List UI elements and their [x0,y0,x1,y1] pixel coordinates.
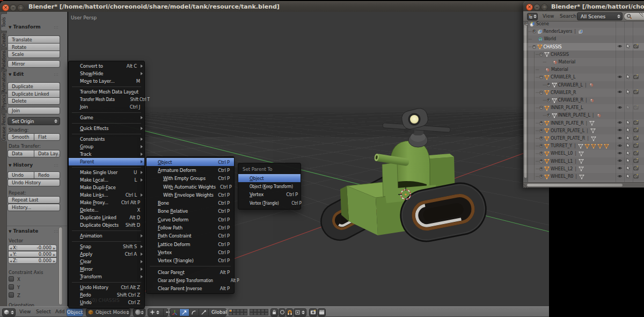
menu-item-with-envelope-weights[interactable]: With Envelope WeightsCtrl P [147,191,234,199]
expand-toggle[interactable]: + [532,30,536,33]
shade-flat-button[interactable]: Flat [34,133,60,141]
layer-cell[interactable] [229,312,232,315]
join-button[interactable]: Join [8,107,60,114]
pointer-toggle-icon[interactable] [625,165,631,171]
outliner-row-crawler-l[interactable]: +CRAWLER_L| [523,81,644,89]
camera-toggle-icon[interactable] [633,143,639,148]
pointer-toggle-icon[interactable] [625,143,631,148]
shelf-tab-create[interactable]: Create [1,32,7,48]
eye-toggle-icon[interactable] [617,158,623,163]
menu-item-delete-[interactable]: Delete...X [69,206,144,214]
manipulator-group[interactable] [148,308,168,316]
menu-item-undo[interactable]: UndoCtrl Z [69,299,144,306]
eye-toggle-icon[interactable] [617,135,623,141]
panel-transform-header[interactable]: ▼Transform [9,24,41,30]
menu-item-parent[interactable]: Parent [69,158,144,165]
menu-item-apply[interactable]: ApplyCtrl A [69,250,144,258]
pointer-toggle-icon[interactable] [625,150,631,156]
menu-item-path-constraint[interactable]: Path ConstraintCtrl P [147,232,234,240]
render-animation-button[interactable] [318,308,326,316]
scale-button[interactable]: Scale [8,51,60,58]
value-step-arrow[interactable]: ◀ [10,253,12,256]
outliner-row-renderlayers[interactable]: +RenderLayers| [523,28,644,35]
eye-toggle-icon[interactable] [617,174,623,179]
data-button[interactable]: Data [8,150,34,157]
menu-item-track[interactable]: Track [69,150,144,158]
outliner-row-chassis[interactable]: −CHASSIS [523,51,644,58]
layer-cell[interactable] [240,312,244,315]
shelf-tab-physics[interactable]: Physics [1,93,7,111]
menu-item-vertex-triangle-[interactable]: Vertex (Triangle)Ctrl P [238,199,301,207]
eye-toggle-icon[interactable] [617,105,623,110]
layer-cell[interactable] [236,312,240,315]
expand-toggle[interactable]: + [539,175,543,178]
lock-to-scene-button[interactable] [270,308,278,316]
eye-toggle-icon[interactable] [617,150,623,156]
minimize-button[interactable]: – [10,4,17,11]
operator-panel-header[interactable]: ▼Translate [9,228,38,234]
x-value-field[interactable]: ◀X: -0.000▶ [8,244,57,251]
outliner-row-crawler-r[interactable]: −CRAWLER_R [523,89,644,96]
outliner-row-inner-plate-r[interactable]: +INNER_PLATE_R| [523,119,644,127]
scene-selector-dropdown[interactable]: All Scenes [577,12,623,20]
y-value-field[interactable]: ◀Y: 0.000▶ [8,251,57,257]
layer-cell[interactable] [257,312,261,315]
layers-grid-1[interactable] [229,309,247,315]
axis-x-checkbox[interactable] [9,276,14,282]
close-button[interactable]: ✕ [2,4,9,11]
menu-item-object-keep-transform-[interactable]: Object (Keep Transform) [238,182,301,190]
menu-item-duplicate-linked[interactable]: Duplicate LinkedAlt D [69,214,144,221]
camera-toggle-icon[interactable] [633,135,639,141]
menu-item-duplicate-objects[interactable]: Duplicate ObjectsShift D [69,221,144,229]
menu-item-bone[interactable]: BoneCtrl P [147,199,234,207]
outliner-hscrollbar[interactable] [526,183,623,187]
expand-toggle[interactable]: + [539,167,543,171]
menu-item-mirror[interactable]: Mirror [69,265,144,273]
shade-smooth-button[interactable]: Smooth [8,133,34,141]
value-step-arrow[interactable]: ▶ [53,247,55,250]
eye-toggle-icon[interactable] [617,143,623,148]
menu-item-join[interactable]: JoinCtrl J [69,103,144,111]
menu-item-transfer-mesh-data[interactable]: Transfer Mesh DataShift Ctrl T [69,96,144,103]
menu-item-vertex[interactable]: VertexCtrl P [147,248,234,256]
outliner-row-scene[interactable]: −Scene [523,21,644,28]
menu-item-redo[interactable]: RedoShift Ctrl Z [69,291,144,299]
collapse-toggle[interactable]: − [539,106,543,110]
shelf-tab-grease-pencil[interactable]: Grease Pencil [1,112,7,142]
outliner-row-crawler-l[interactable]: −CRAWLER_L [523,74,644,81]
menu-item-quick-effects[interactable]: Quick Effects [69,125,144,132]
outliner-row-outer-plate-l[interactable]: +OUTER_PLATE_L| [523,127,644,134]
duplicate-linked-button[interactable]: Duplicate Linked [8,90,60,97]
outliner-titlebar[interactable]: ✕ – □ Blender* [/home/hattori/choreo [523,1,644,11]
expand-toggle[interactable]: + [539,121,543,125]
z-value-field[interactable]: ◀Z: 0.000▶ [8,257,57,264]
region-resize-grip[interactable] [636,12,643,19]
expand-toggle[interactable]: + [539,129,543,133]
editor-type-button[interactable] [2,308,16,316]
menu-item-make-dupli-face[interactable]: Make Dupli-Face [69,184,144,191]
tool-shelf-scrollbar[interactable] [58,227,63,305]
pointer-toggle-icon[interactable] [625,174,631,179]
snap-toggle-button[interactable] [286,308,293,316]
outliner-row-chassis[interactable]: −CHASSIS [523,43,644,51]
menu-item-lattice-deform[interactable]: Lattice DeformCtrl P [147,240,234,248]
outliner-row-world[interactable]: World [523,35,644,43]
outliner-row-wheel-r0[interactable]: +WHEEL_R0| [523,173,644,181]
close-button[interactable]: ✕ [526,4,533,11]
menu-item-transform[interactable]: Transform [69,273,144,280]
menu-item-curve-deform[interactable]: Curve DeformCtrl P [147,215,234,224]
undo-history-button[interactable]: Undo History [8,179,60,186]
menu-item-game[interactable]: Game [69,114,144,121]
menu-item-snap[interactable]: SnapShift S [69,243,144,250]
translate-widget-button[interactable] [180,309,189,316]
pointer-toggle-icon[interactable] [625,135,631,141]
editor-type-button[interactable] [527,13,538,20]
outliner-row-wheel-l2[interactable]: +WHEEL_L2| [523,165,644,172]
panel-history-header[interactable]: ▼History [9,162,33,168]
expand-toggle[interactable]: + [547,113,551,117]
menu-item-group[interactable]: Group [69,143,144,150]
expand-toggle[interactable]: + [547,83,551,87]
collapse-toggle[interactable]: − [532,45,536,49]
menu-item-bone-relative[interactable]: Bone RelativeCtrl P [147,207,234,215]
value-step-arrow[interactable]: ◀ [10,260,12,263]
